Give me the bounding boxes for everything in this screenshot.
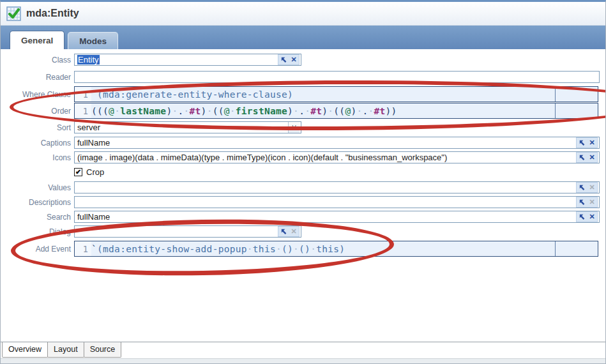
- row-crop: Crop: [1, 167, 605, 177]
- class-label: Class: [1, 56, 74, 64]
- where-clause-code: `(mda:generate-entity-where-clause): [91, 89, 293, 100]
- row-add-event: Add Event 1 `(mda:entity-show-add-popup·…: [1, 241, 605, 257]
- row-dialog: Dialog ✕: [1, 225, 605, 238]
- tab-overview[interactable]: Overview: [2, 342, 48, 358]
- top-tab-band: General Modes: [1, 26, 605, 49]
- reader-input[interactable]: [74, 71, 600, 83]
- row-values: Values ✕: [1, 181, 605, 193]
- x-clear-icon[interactable]: ✕: [587, 212, 597, 222]
- arrow-pick-icon[interactable]: [577, 153, 587, 162]
- x-clear-icon[interactable]: ✕: [587, 197, 597, 207]
- search-label: Search: [1, 213, 74, 222]
- search-buttons: ✕: [576, 211, 598, 222]
- icons-value: (image . image)(data . mimeData)(type . …: [77, 153, 447, 162]
- row-captions: Captions fullName ✕: [1, 137, 605, 149]
- window-title: mda:Entity: [26, 8, 79, 19]
- checkbox-checked[interactable]: [74, 168, 82, 176]
- where-clause-label: Where Clause: [1, 90, 74, 99]
- row-where-clause: Where Clause 1 `(mda:generate-entity-whe…: [1, 86, 605, 102]
- row-icons: Icons (image . image)(data . mimeData)(t…: [1, 151, 605, 163]
- sort-value: server: [77, 123, 100, 132]
- chevron-down-icon[interactable]: ᐯ: [288, 122, 299, 133]
- class-buttons: ✕: [278, 54, 299, 65]
- sort-select[interactable]: server ᐯ: [74, 121, 301, 133]
- row-descriptions: Descriptions ✕: [1, 196, 605, 208]
- add-event-editor[interactable]: 1 `(mda:entity-show-add-popup·this·()·()…: [74, 241, 598, 257]
- captions-value: fullName: [77, 138, 110, 148]
- editor-divider: [555, 103, 556, 118]
- values-buttons: ✕: [576, 182, 598, 193]
- x-clear-icon[interactable]: ✕: [289, 55, 299, 64]
- tab-modes[interactable]: Modes: [68, 32, 118, 49]
- row-class: Class Entity ✕: [1, 54, 605, 66]
- x-clear-icon[interactable]: ✕: [587, 183, 597, 192]
- line-number: 1: [75, 103, 91, 118]
- entity-check-icon: [6, 6, 21, 21]
- icons-input[interactable]: (image . image)(data . mimeData)(type . …: [74, 151, 600, 163]
- row-search: Search fullName ✕: [1, 211, 605, 223]
- order-editor[interactable]: 1 (((@·lastName)·.·#t)·((@·firstName)·.·…: [74, 103, 598, 119]
- row-sort: Sort server ᐯ: [1, 121, 605, 133]
- dialog-buttons: ✕: [278, 226, 299, 237]
- descriptions-input[interactable]: ✕: [74, 196, 600, 208]
- tab-layout[interactable]: Layout: [47, 342, 84, 358]
- captions-label: Captions: [1, 139, 74, 148]
- class-input[interactable]: Entity ✕: [74, 54, 301, 66]
- dialog-label: Dialog: [1, 227, 74, 236]
- arrow-pick-icon[interactable]: [278, 55, 289, 64]
- tab-source[interactable]: Source: [84, 342, 122, 358]
- where-clause-editor[interactable]: 1 `(mda:generate-entity-where-clause): [74, 86, 598, 102]
- arrow-pick-icon[interactable]: [577, 183, 587, 192]
- arrow-pick-icon[interactable]: [278, 227, 289, 236]
- line-number: 1: [75, 241, 91, 256]
- values-input[interactable]: ✕: [74, 181, 600, 193]
- editor-divider: [555, 87, 556, 102]
- arrow-pick-icon[interactable]: [577, 212, 587, 222]
- search-value: fullName: [77, 212, 110, 222]
- icons-label: Icons: [1, 153, 74, 162]
- bottom-tabs: Overview Layout Source: [2, 342, 121, 358]
- line-number: 1: [75, 87, 91, 102]
- title-bar: mda:Entity: [1, 2, 605, 26]
- descriptions-buttons: ✕: [576, 197, 598, 208]
- form-content: Class Entity ✕ Reader Where Clause 1 `(m…: [1, 54, 605, 348]
- values-label: Values: [1, 183, 74, 192]
- order-label: Order: [1, 107, 74, 116]
- crop-label: Crop: [86, 167, 104, 177]
- row-reader: Reader: [1, 71, 605, 83]
- descriptions-label: Descriptions: [1, 198, 74, 207]
- tab-general[interactable]: General: [10, 31, 64, 49]
- arrow-pick-icon[interactable]: [577, 138, 587, 148]
- row-order: Order 1 (((@·lastName)·.·#t)·((@·firstNa…: [1, 103, 605, 119]
- x-clear-icon[interactable]: ✕: [587, 153, 597, 162]
- editor-divider: [555, 241, 556, 256]
- x-clear-icon[interactable]: ✕: [289, 227, 299, 236]
- search-input[interactable]: fullName ✕: [74, 211, 600, 223]
- bottom-bar: Overview Layout Source: [1, 342, 605, 363]
- entity-editor-window: mda:Entity General Modes Class Entity ✕ …: [0, 0, 606, 364]
- order-code: (((@·lastName)·.·#t)·((@·firstName)·.·#t…: [91, 106, 397, 116]
- x-clear-icon[interactable]: ✕: [587, 138, 597, 148]
- captions-buttons: ✕: [576, 137, 598, 148]
- add-event-label: Add Event: [1, 245, 74, 254]
- class-value-selected: Entity: [77, 55, 100, 64]
- dialog-input[interactable]: ✕: [74, 225, 301, 238]
- sort-label: Sort: [1, 123, 74, 132]
- bottom-strip: [1, 358, 605, 363]
- add-event-code: `(mda:entity-show-add-popup·this·()·()·t…: [91, 244, 345, 254]
- icons-buttons: ✕: [576, 152, 598, 163]
- captions-input[interactable]: fullName ✕: [74, 137, 600, 149]
- arrow-pick-icon[interactable]: [577, 197, 587, 207]
- reader-label: Reader: [1, 73, 74, 82]
